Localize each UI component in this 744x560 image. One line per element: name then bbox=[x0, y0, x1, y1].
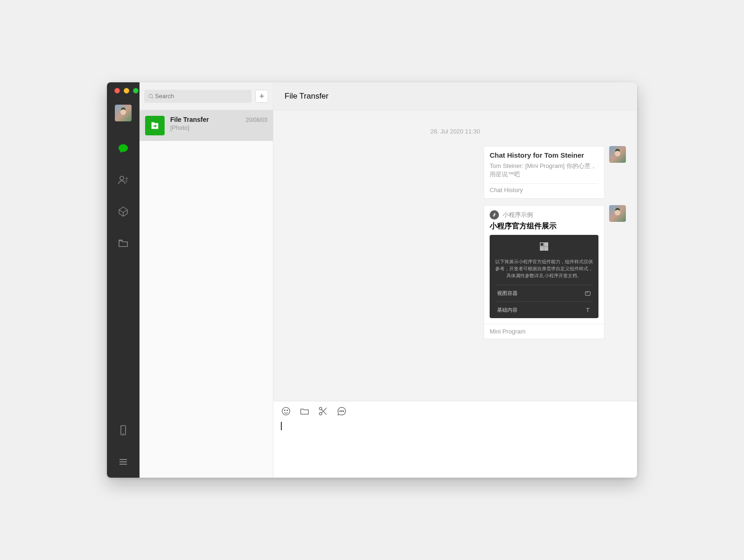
card-icon bbox=[585, 290, 591, 297]
mp-row-view-container: 视图容器 bbox=[495, 285, 593, 301]
scissors-icon[interactable] bbox=[318, 406, 328, 418]
search-field[interactable] bbox=[154, 92, 248, 100]
svg-point-15 bbox=[343, 411, 344, 412]
mp-card-title: 小程序官方组件展示 bbox=[484, 221, 604, 235]
conversation-body: File Transfer 20/08/03 [Photo] bbox=[170, 116, 267, 131]
list-toolbar: + bbox=[140, 82, 273, 110]
maximize-icon[interactable] bbox=[133, 88, 139, 93]
svg-point-10 bbox=[287, 410, 288, 411]
mp-row-label: 视图容器 bbox=[497, 290, 518, 297]
conversation-preview: [Photo] bbox=[170, 124, 267, 131]
message-input[interactable] bbox=[281, 422, 630, 459]
svg-point-12 bbox=[319, 413, 322, 415]
svg-point-9 bbox=[284, 410, 285, 411]
mp-header: 小程序示例 bbox=[484, 206, 604, 221]
mp-row-label: 基础内容 bbox=[497, 307, 518, 313]
message-row: Chat History for Tom Steiner Tom Steiner… bbox=[285, 146, 626, 199]
chats-tab-icon[interactable] bbox=[116, 141, 131, 156]
mp-footer: Mini Program bbox=[484, 324, 604, 339]
minimize-icon[interactable] bbox=[124, 88, 129, 93]
chat-history-card[interactable]: Chat History for Tom Steiner Tom Steiner… bbox=[484, 146, 604, 199]
svg-rect-4 bbox=[545, 243, 548, 246]
emoji-icon[interactable] bbox=[281, 406, 291, 418]
mp-row-basic-content: 基础内容 bbox=[495, 301, 593, 318]
sidebar bbox=[107, 82, 140, 478]
svg-rect-3 bbox=[540, 243, 544, 246]
chat-panel: File Transfer 28. Jul 2020 11:30 Chat Hi… bbox=[273, 82, 637, 478]
message-row: 小程序示例 小程序官方组件展示 以下将展示小程序官方组件能力，组件样式仅供参考，… bbox=[285, 205, 626, 339]
svg-point-0 bbox=[120, 176, 124, 180]
svg-point-8 bbox=[282, 407, 290, 415]
chat-input-area bbox=[273, 401, 637, 478]
chat-header: File Transfer bbox=[273, 82, 637, 110]
file-transfer-icon bbox=[145, 116, 165, 135]
sender-avatar[interactable] bbox=[609, 205, 626, 222]
mp-app-name: 小程序示例 bbox=[503, 211, 533, 219]
svg-point-13 bbox=[339, 411, 340, 412]
folder-icon[interactable] bbox=[299, 406, 310, 418]
user-avatar[interactable] bbox=[115, 105, 132, 121]
chat-record-icon[interactable] bbox=[337, 406, 347, 418]
svg-rect-5 bbox=[540, 247, 544, 250]
card-footer: Chat History bbox=[490, 183, 598, 193]
svg-point-2 bbox=[149, 94, 153, 98]
conversation-title: File Transfer bbox=[170, 116, 209, 123]
mobile-icon[interactable] bbox=[116, 423, 131, 438]
conversation-item[interactable]: File Transfer 20/08/03 [Photo] bbox=[140, 110, 273, 141]
contacts-tab-icon[interactable] bbox=[116, 173, 131, 187]
window-controls bbox=[114, 88, 139, 93]
search-icon bbox=[148, 93, 154, 100]
card-line: Tom Steiner: [Mini Program] 你的心意，用星说™吧 bbox=[490, 162, 598, 179]
mini-program-card[interactable]: 小程序示例 小程序官方组件展示 以下将展示小程序官方组件能力，组件样式仅供参考，… bbox=[484, 205, 604, 339]
search-input[interactable] bbox=[144, 90, 252, 103]
app-window: + File Transfer 20/08/03 [Photo] File Tr… bbox=[107, 82, 637, 478]
svg-rect-6 bbox=[545, 247, 548, 250]
conversation-time: 20/08/03 bbox=[246, 117, 267, 123]
text-caret bbox=[281, 422, 282, 430]
menu-icon[interactable] bbox=[116, 454, 131, 469]
files-tab-icon[interactable] bbox=[116, 236, 131, 251]
chat-body[interactable]: 28. Jul 2020 11:30 Chat History for Tom … bbox=[273, 110, 637, 401]
favorites-tab-icon[interactable] bbox=[116, 204, 131, 219]
date-stamp: 28. Jul 2020 11:30 bbox=[285, 128, 626, 135]
svg-point-14 bbox=[341, 411, 342, 412]
sender-avatar[interactable] bbox=[609, 146, 626, 163]
mp-preview: 以下将展示小程序官方组件能力，组件样式仅供参考，开发者可根据自身需求自定义组件样… bbox=[490, 235, 598, 318]
chat-title: File Transfer bbox=[285, 92, 328, 101]
components-icon bbox=[539, 245, 549, 253]
new-chat-button[interactable]: + bbox=[255, 90, 268, 103]
input-toolbar bbox=[281, 406, 630, 418]
plus-icon: + bbox=[259, 92, 265, 100]
card-title: Chat History for Tom Steiner bbox=[490, 151, 598, 159]
mp-description: 以下将展示小程序官方组件能力，组件样式仅供参考，开发者可根据自身需求自定义组件样… bbox=[495, 258, 593, 279]
svg-point-11 bbox=[319, 407, 322, 410]
conversation-list-panel: + File Transfer 20/08/03 [Photo] bbox=[140, 82, 273, 478]
text-icon bbox=[585, 307, 591, 313]
svg-rect-7 bbox=[585, 292, 591, 295]
miniprogram-icon bbox=[490, 210, 499, 220]
close-icon[interactable] bbox=[114, 88, 120, 93]
